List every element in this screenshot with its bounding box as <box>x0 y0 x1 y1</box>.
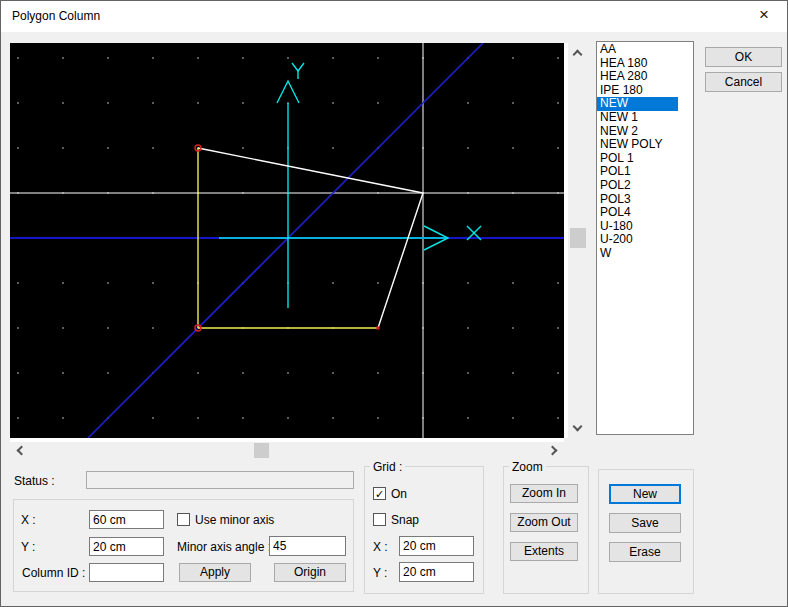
grid-snap-label: Snap <box>391 513 419 527</box>
minor-axis-angle-label: Minor axis angle : <box>177 540 271 554</box>
list-item[interactable]: W <box>597 247 693 261</box>
grid-group-title: Grid : <box>370 460 405 474</box>
polygon-column-dialog: Polygon Column × AAHEA 180HEA 280IPE 180… <box>0 0 788 607</box>
list-item[interactable]: POL2 <box>597 179 693 193</box>
canvas-horizontal-scrollbar[interactable] <box>10 442 564 459</box>
list-item[interactable]: U-180 <box>597 220 693 234</box>
scroll-up-icon[interactable] <box>573 50 583 60</box>
origin-button[interactable]: Origin <box>274 563 346 582</box>
use-minor-axis-checkbox[interactable] <box>177 513 190 526</box>
status-field <box>86 471 354 489</box>
section-listbox[interactable]: AAHEA 180HEA 280IPE 180NEWNEW 1NEW 2NEW … <box>596 41 694 435</box>
dialog-title: Polygon Column <box>12 1 100 31</box>
apply-button[interactable]: Apply <box>179 563 251 582</box>
list-item[interactable]: IPE 180 <box>597 84 693 98</box>
list-item[interactable]: U-200 <box>597 233 693 247</box>
erase-button[interactable]: Erase <box>609 542 681 562</box>
vertical-scrollbar-thumb[interactable] <box>570 228 586 248</box>
list-item[interactable]: POL 1 <box>597 152 693 166</box>
grid-on-checkbox[interactable]: ✓ <box>373 487 386 500</box>
list-item[interactable]: NEW POLY <box>597 138 693 152</box>
grid-y-input[interactable] <box>399 562 474 582</box>
list-item[interactable]: NEW 1 <box>597 111 693 125</box>
list-item[interactable]: HEA 280 <box>597 70 693 84</box>
x-label: X : <box>21 513 36 527</box>
use-minor-axis-label: Use minor axis <box>195 513 274 527</box>
scroll-right-icon[interactable] <box>548 446 558 456</box>
ok-button[interactable]: OK <box>705 47 782 67</box>
grid-y-label: Y : <box>373 566 387 580</box>
list-item[interactable]: NEW 2 <box>597 125 693 139</box>
zoom-in-button[interactable]: Zoom In <box>510 484 578 503</box>
column-id-label: Column ID : <box>22 566 85 580</box>
y-coordinate-input[interactable] <box>89 537 164 556</box>
scroll-down-icon[interactable] <box>573 422 583 432</box>
save-button[interactable]: Save <box>609 513 681 533</box>
list-item[interactable]: AA <box>597 43 693 57</box>
close-icon[interactable]: × <box>743 1 785 31</box>
minor-axis-angle-input[interactable] <box>269 536 346 556</box>
cancel-button[interactable]: Cancel <box>705 72 782 92</box>
list-item[interactable]: NEW <box>597 97 678 111</box>
list-item[interactable]: POL3 <box>597 193 693 207</box>
grid-x-label: X : <box>373 540 388 554</box>
scroll-left-icon[interactable] <box>17 446 27 456</box>
polygon-drawing[interactable] <box>10 43 564 438</box>
canvas-vertical-scrollbar[interactable] <box>568 43 588 438</box>
grid-on-label: On <box>391 487 407 501</box>
status-label: Status : <box>14 474 55 488</box>
grid-x-input[interactable] <box>399 536 474 556</box>
list-item[interactable]: HEA 180 <box>597 57 693 71</box>
horizontal-scrollbar-thumb[interactable] <box>254 443 269 458</box>
x-coordinate-input[interactable] <box>89 510 164 529</box>
column-id-input[interactable] <box>89 563 164 582</box>
title-bar: Polygon Column × <box>1 1 787 32</box>
zoom-extents-button[interactable]: Extents <box>510 542 578 561</box>
y-label: Y : <box>21 540 35 554</box>
zoom-group-title: Zoom <box>509 460 546 474</box>
zoom-out-button[interactable]: Zoom Out <box>510 513 578 532</box>
list-item[interactable]: POL1 <box>597 165 693 179</box>
list-item[interactable]: POL4 <box>597 206 693 220</box>
grid-snap-checkbox[interactable] <box>373 513 386 526</box>
drawing-canvas[interactable] <box>10 43 564 438</box>
new-button[interactable]: New <box>609 484 681 504</box>
